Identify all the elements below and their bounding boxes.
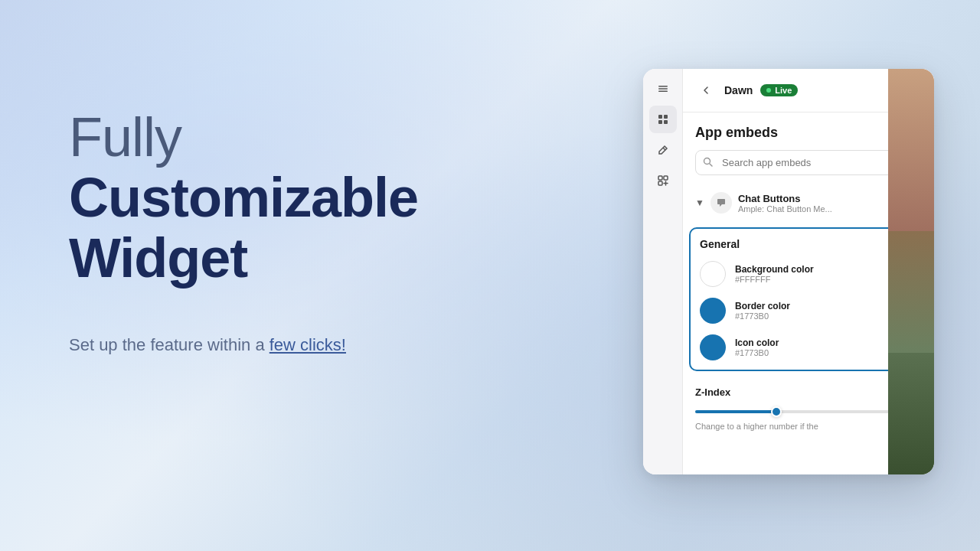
sidebar-grid-icon[interactable] — [649, 106, 677, 133]
sidebar-brush-icon[interactable] — [649, 136, 677, 164]
background-color-info: Background color #FFFFFF — [735, 264, 814, 284]
general-panel-title: General — [700, 238, 917, 250]
search-icon — [703, 157, 713, 169]
hero-subtitle-prefix: Set up the feature within a — [69, 335, 270, 354]
background-color-label: Background color — [735, 264, 814, 275]
card-image-strip — [888, 69, 934, 474]
svg-rect-7 — [658, 176, 662, 180]
hero-title-widget: Widget — [69, 228, 418, 289]
border-color-label: Border color — [735, 301, 790, 311]
sidebar-puzzle-icon[interactable] — [649, 167, 677, 194]
svg-rect-9 — [658, 181, 662, 185]
header-title: Dawn — [724, 84, 753, 96]
card-sidebar — [643, 69, 683, 474]
border-color-swatch[interactable] — [700, 298, 726, 324]
border-color-row: Border color #1773B0 — [700, 298, 917, 324]
slider-fill — [695, 410, 776, 413]
svg-rect-0 — [658, 86, 668, 87]
svg-rect-5 — [658, 120, 662, 124]
svg-rect-2 — [658, 91, 668, 93]
svg-rect-4 — [664, 115, 668, 119]
background-color-row: Background color #FFFFFF — [700, 261, 917, 287]
hero-title-customizable: Customizable — [69, 168, 418, 228]
icon-color-info: Icon color #1773B0 — [735, 337, 779, 357]
svg-rect-8 — [664, 176, 668, 180]
header-back-button[interactable] — [695, 80, 717, 101]
slider-track[interactable] — [695, 410, 897, 413]
hero-section: Fully Customizable Widget Set up the fea… — [69, 107, 418, 355]
icon-color-label: Icon color — [735, 337, 779, 348]
icon-color-hex: #1773B0 — [735, 348, 779, 357]
chat-chevron-icon: ▼ — [695, 197, 704, 208]
hero-subtitle-link[interactable]: few clicks! — [270, 335, 346, 354]
hero-title-bold-line2: Widget — [69, 227, 247, 289]
hero-title-light: Fully — [69, 106, 181, 168]
chat-name: Chat Buttons — [738, 193, 882, 204]
sidebar-back-icon[interactable] — [649, 75, 677, 103]
svg-rect-6 — [664, 120, 668, 124]
live-label: Live — [775, 86, 792, 95]
hero-title-fully: Fully — [69, 107, 418, 168]
hero-title-bold-line1: Customizable — [69, 167, 418, 228]
chat-info: Chat Buttons Ample: Chat Button Me... — [738, 193, 882, 214]
hero-subtitle: Set up the feature within a few clicks! — [69, 335, 418, 355]
border-color-info: Border color #1773B0 — [735, 301, 790, 321]
ui-card: Dawn Live ••• App embeds — [643, 69, 934, 474]
svg-rect-1 — [658, 88, 668, 90]
border-color-hex: #1773B0 — [735, 311, 790, 321]
live-indicator-dot — [766, 88, 771, 93]
icon-color-row: Icon color #1773B0 — [700, 334, 917, 360]
icon-color-swatch[interactable] — [700, 334, 726, 360]
svg-rect-3 — [658, 115, 662, 119]
svg-point-10 — [704, 158, 710, 164]
chat-icon — [710, 192, 732, 214]
background-color-swatch[interactable] — [700, 261, 726, 287]
background-color-hex: #FFFFFF — [735, 275, 814, 284]
chat-subtitle: Ample: Chat Button Me... — [738, 204, 882, 214]
live-badge: Live — [760, 84, 798, 96]
slider-thumb[interactable] — [771, 406, 782, 417]
